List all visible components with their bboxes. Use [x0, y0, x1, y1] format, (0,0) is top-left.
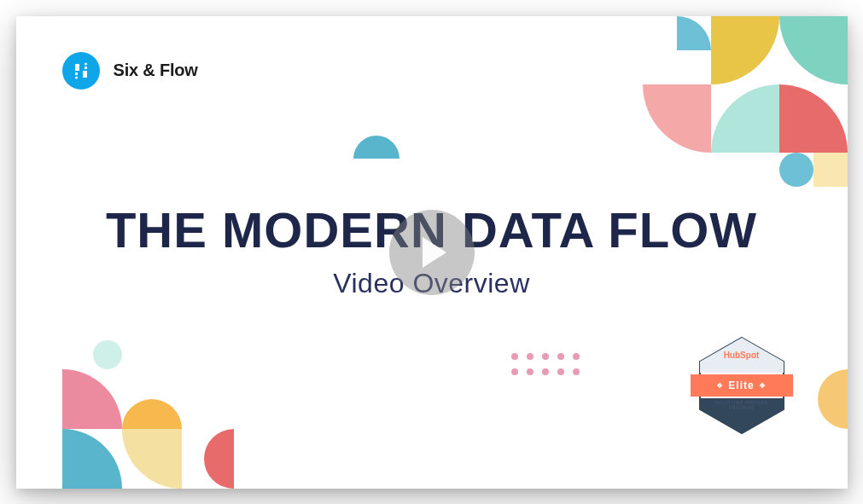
brand-logo: Six & Flow [62, 52, 198, 90]
video-card: Six & Flow THE MODERN DATA FLOW Video Ov… [16, 16, 848, 489]
decorative-shape [204, 429, 234, 489]
decorative-shape [779, 84, 848, 153]
brand-logo-icon [62, 52, 100, 90]
decorative-shape [813, 153, 848, 187]
badge-tier: ◆ Elite ◆ [691, 374, 793, 397]
decorative-shape [643, 84, 711, 153]
badge-program: SOLUTIONS PARTNER PROGRAM [712, 400, 772, 411]
decorative-shape [122, 429, 182, 489]
svg-point-0 [75, 76, 78, 78]
decorative-shape [62, 369, 122, 429]
decorative-shape [711, 16, 779, 84]
brand-logo-text: Six & Flow [114, 61, 198, 80]
partner-badge: HubSpot ◆ Elite ◆ SOLUTIONS PARTNER PROG… [696, 335, 788, 436]
decorative-shape [818, 369, 848, 429]
decorative-shape [779, 153, 813, 187]
play-button[interactable] [389, 210, 475, 295]
decorative-shape [643, 16, 711, 84]
decorative-shape [353, 136, 399, 159]
svg-point-1 [85, 62, 87, 65]
decorative-dots [511, 353, 580, 375]
badge-brand: HubSpot [724, 350, 760, 360]
decorative-shape [62, 429, 122, 489]
decorative-shape [779, 16, 848, 84]
decorative-shape [122, 399, 182, 429]
decorative-shape [711, 84, 779, 153]
decorative-shape [93, 340, 122, 369]
play-icon [423, 237, 446, 268]
